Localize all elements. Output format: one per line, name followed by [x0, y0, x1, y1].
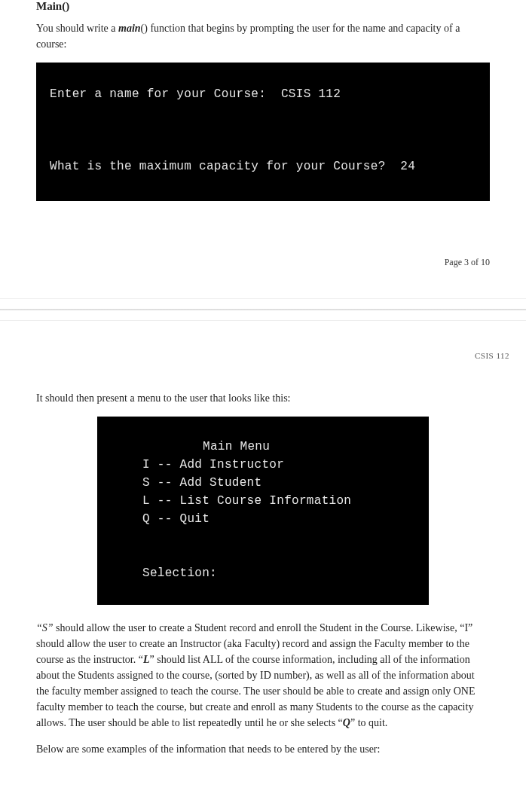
menu-title: Main Menu [142, 440, 270, 453]
menu-intro-paragraph: It should then present a menu to the use… [36, 390, 490, 406]
p2-text-3: ” to quit. [350, 717, 387, 728]
page-header-course: CSIS 112 [0, 351, 526, 360]
menu-item-i: I -- Add Instructor [142, 458, 284, 472]
console-output-menu: Main Menu I -- Add Instructor S -- Add S… [97, 417, 429, 605]
menu-item-l: L -- List Course Information [142, 494, 351, 508]
console-output-1: Enter a name for your Course: CSIS 112 W… [36, 63, 490, 201]
intro-text-pre: You should write a [36, 23, 118, 34]
explanation-paragraph: “S” should allow the user to create a St… [36, 620, 490, 731]
console1-line2: What is the maximum capacity for your Co… [50, 160, 415, 173]
page-number: Page 3 of 10 [0, 212, 526, 298]
console1-line1: Enter a name for your Course: CSIS 112 [50, 87, 341, 101]
intro-main-word: main [118, 23, 141, 34]
intro-paragraph: You should write a main() function that … [36, 20, 490, 52]
q-quote: Q [343, 717, 350, 728]
menu-item-q: Q -- Quit [142, 512, 209, 526]
page-break [0, 298, 526, 321]
examples-intro: Below are some examples of the informati… [36, 741, 490, 757]
s-quote: “S” [36, 622, 54, 633]
section-heading: Main() [36, 0, 490, 13]
menu-item-s: S -- Add Student [142, 476, 261, 490]
menu-selection-prompt: Selection: [142, 566, 217, 580]
